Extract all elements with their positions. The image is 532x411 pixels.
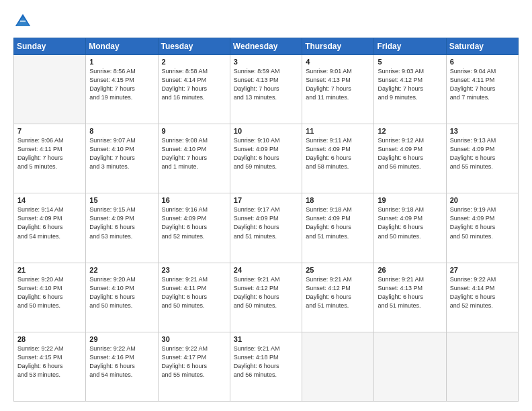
day-info: Sunrise: 9:04 AM Sunset: 4:11 PM Dayligh… xyxy=(450,67,515,102)
calendar-cell: 10Sunrise: 9:10 AM Sunset: 4:09 PM Dayli… xyxy=(230,124,302,193)
day-number: 19 xyxy=(378,196,442,204)
calendar-cell: 18Sunrise: 9:18 AM Sunset: 4:09 PM Dayli… xyxy=(302,193,374,263)
calendar-cell: 1Sunrise: 8:56 AM Sunset: 4:15 PM Daylig… xyxy=(86,55,158,124)
day-number: 3 xyxy=(234,58,298,66)
day-header-saturday: Saturday xyxy=(446,38,518,55)
day-header-thursday: Thursday xyxy=(302,38,374,55)
day-info: Sunrise: 9:21 AM Sunset: 4:11 PM Dayligh… xyxy=(162,275,226,310)
calendar-cell: 3Sunrise: 8:59 AM Sunset: 4:13 PM Daylig… xyxy=(230,55,302,124)
calendar-cell: 9Sunrise: 9:08 AM Sunset: 4:10 PM Daylig… xyxy=(158,124,230,193)
day-info: Sunrise: 9:22 AM Sunset: 4:17 PM Dayligh… xyxy=(162,345,226,379)
day-number: 4 xyxy=(306,58,370,66)
calendar-cell: 11Sunrise: 9:11 AM Sunset: 4:09 PM Dayli… xyxy=(302,124,374,193)
calendar-cell: 21Sunrise: 9:20 AM Sunset: 4:10 PM Dayli… xyxy=(14,263,86,332)
day-number: 1 xyxy=(89,58,154,66)
calendar-cell: 27Sunrise: 9:22 AM Sunset: 4:14 PM Dayli… xyxy=(446,263,518,332)
day-number: 16 xyxy=(162,196,226,204)
day-number: 2 xyxy=(162,58,226,66)
day-number: 11 xyxy=(306,127,370,135)
calendar-cell: 17Sunrise: 9:17 AM Sunset: 4:09 PM Dayli… xyxy=(230,193,302,263)
day-number: 30 xyxy=(162,335,226,343)
day-number: 29 xyxy=(89,335,154,343)
calendar-cell: 5Sunrise: 9:03 AM Sunset: 4:12 PM Daylig… xyxy=(374,55,446,124)
day-number: 21 xyxy=(17,266,82,274)
day-info: Sunrise: 9:17 AM Sunset: 4:09 PM Dayligh… xyxy=(234,205,298,240)
logo xyxy=(13,12,35,31)
day-number: 25 xyxy=(306,266,370,274)
day-info: Sunrise: 9:03 AM Sunset: 4:12 PM Dayligh… xyxy=(378,67,442,102)
day-info: Sunrise: 9:21 AM Sunset: 4:18 PM Dayligh… xyxy=(234,345,298,379)
day-number: 5 xyxy=(378,58,442,66)
day-number: 6 xyxy=(450,58,515,66)
calendar-header-row: SundayMondayTuesdayWednesdayThursdayFrid… xyxy=(14,38,519,55)
calendar-cell: 16Sunrise: 9:16 AM Sunset: 4:09 PM Dayli… xyxy=(158,193,230,263)
day-number: 31 xyxy=(234,335,298,343)
day-number: 13 xyxy=(450,127,515,135)
calendar-cell xyxy=(446,332,518,401)
day-info: Sunrise: 9:07 AM Sunset: 4:10 PM Dayligh… xyxy=(89,136,154,171)
calendar-cell: 14Sunrise: 9:14 AM Sunset: 4:09 PM Dayli… xyxy=(14,193,86,263)
calendar-cell: 23Sunrise: 9:21 AM Sunset: 4:11 PM Dayli… xyxy=(158,263,230,332)
day-number: 9 xyxy=(162,127,226,135)
day-info: Sunrise: 8:56 AM Sunset: 4:15 PM Dayligh… xyxy=(89,67,154,102)
day-number: 12 xyxy=(378,127,442,135)
day-number: 26 xyxy=(378,266,442,274)
logo-icon xyxy=(13,12,32,31)
calendar-week-4: 28Sunrise: 9:22 AM Sunset: 4:15 PM Dayli… xyxy=(14,332,519,401)
day-info: Sunrise: 9:06 AM Sunset: 4:11 PM Dayligh… xyxy=(17,136,82,171)
calendar-cell: 13Sunrise: 9:13 AM Sunset: 4:09 PM Dayli… xyxy=(446,124,518,193)
day-info: Sunrise: 9:21 AM Sunset: 4:12 PM Dayligh… xyxy=(306,275,370,310)
calendar-table: SundayMondayTuesdayWednesdayThursdayFrid… xyxy=(13,38,519,402)
page: SundayMondayTuesdayWednesdayThursdayFrid… xyxy=(0,0,532,411)
calendar-cell xyxy=(14,55,86,124)
day-number: 27 xyxy=(450,266,515,274)
day-info: Sunrise: 9:10 AM Sunset: 4:09 PM Dayligh… xyxy=(234,136,298,171)
day-header-sunday: Sunday xyxy=(14,38,86,55)
calendar-cell: 20Sunrise: 9:19 AM Sunset: 4:09 PM Dayli… xyxy=(446,193,518,263)
day-number: 28 xyxy=(17,335,82,343)
day-number: 15 xyxy=(89,196,154,204)
calendar-cell: 26Sunrise: 9:21 AM Sunset: 4:13 PM Dayli… xyxy=(374,263,446,332)
day-info: Sunrise: 9:21 AM Sunset: 4:12 PM Dayligh… xyxy=(234,275,298,310)
calendar-cell: 7Sunrise: 9:06 AM Sunset: 4:11 PM Daylig… xyxy=(14,124,86,193)
day-info: Sunrise: 9:01 AM Sunset: 4:13 PM Dayligh… xyxy=(306,67,370,102)
day-header-friday: Friday xyxy=(374,38,446,55)
day-number: 8 xyxy=(89,127,154,135)
day-info: Sunrise: 9:12 AM Sunset: 4:09 PM Dayligh… xyxy=(378,136,442,171)
calendar-week-3: 21Sunrise: 9:20 AM Sunset: 4:10 PM Dayli… xyxy=(14,263,519,332)
day-info: Sunrise: 9:19 AM Sunset: 4:09 PM Dayligh… xyxy=(450,205,515,240)
calendar-cell: 29Sunrise: 9:22 AM Sunset: 4:16 PM Dayli… xyxy=(86,332,158,401)
day-info: Sunrise: 9:15 AM Sunset: 4:09 PM Dayligh… xyxy=(89,205,154,240)
day-number: 7 xyxy=(17,127,82,135)
calendar-cell: 31Sunrise: 9:21 AM Sunset: 4:18 PM Dayli… xyxy=(230,332,302,401)
day-number: 22 xyxy=(89,266,154,274)
day-info: Sunrise: 9:18 AM Sunset: 4:09 PM Dayligh… xyxy=(306,205,370,240)
calendar-cell: 12Sunrise: 9:12 AM Sunset: 4:09 PM Dayli… xyxy=(374,124,446,193)
calendar-cell: 15Sunrise: 9:15 AM Sunset: 4:09 PM Dayli… xyxy=(86,193,158,263)
calendar-cell: 6Sunrise: 9:04 AM Sunset: 4:11 PM Daylig… xyxy=(446,55,518,124)
calendar-cell: 24Sunrise: 9:21 AM Sunset: 4:12 PM Dayli… xyxy=(230,263,302,332)
day-info: Sunrise: 8:58 AM Sunset: 4:14 PM Dayligh… xyxy=(162,67,226,102)
day-number: 20 xyxy=(450,196,515,204)
day-number: 18 xyxy=(306,196,370,204)
day-info: Sunrise: 9:18 AM Sunset: 4:09 PM Dayligh… xyxy=(378,205,442,240)
day-info: Sunrise: 9:22 AM Sunset: 4:16 PM Dayligh… xyxy=(89,345,154,379)
day-number: 24 xyxy=(234,266,298,274)
day-info: Sunrise: 9:16 AM Sunset: 4:09 PM Dayligh… xyxy=(162,205,226,240)
day-number: 17 xyxy=(234,196,298,204)
day-header-monday: Monday xyxy=(86,38,158,55)
header xyxy=(13,12,519,31)
day-info: Sunrise: 9:21 AM Sunset: 4:13 PM Dayligh… xyxy=(378,275,442,310)
calendar-cell: 22Sunrise: 9:20 AM Sunset: 4:10 PM Dayli… xyxy=(86,263,158,332)
calendar-cell xyxy=(374,332,446,401)
calendar-week-1: 7Sunrise: 9:06 AM Sunset: 4:11 PM Daylig… xyxy=(14,124,519,193)
day-info: Sunrise: 9:08 AM Sunset: 4:10 PM Dayligh… xyxy=(162,136,226,171)
day-info: Sunrise: 8:59 AM Sunset: 4:13 PM Dayligh… xyxy=(234,67,298,102)
calendar-cell: 4Sunrise: 9:01 AM Sunset: 4:13 PM Daylig… xyxy=(302,55,374,124)
calendar-cell: 28Sunrise: 9:22 AM Sunset: 4:15 PM Dayli… xyxy=(14,332,86,401)
calendar-cell: 30Sunrise: 9:22 AM Sunset: 4:17 PM Dayli… xyxy=(158,332,230,401)
calendar-week-2: 14Sunrise: 9:14 AM Sunset: 4:09 PM Dayli… xyxy=(14,193,519,263)
day-info: Sunrise: 9:22 AM Sunset: 4:14 PM Dayligh… xyxy=(450,275,515,310)
day-info: Sunrise: 9:11 AM Sunset: 4:09 PM Dayligh… xyxy=(306,136,370,171)
calendar-week-0: 1Sunrise: 8:56 AM Sunset: 4:15 PM Daylig… xyxy=(14,55,519,124)
